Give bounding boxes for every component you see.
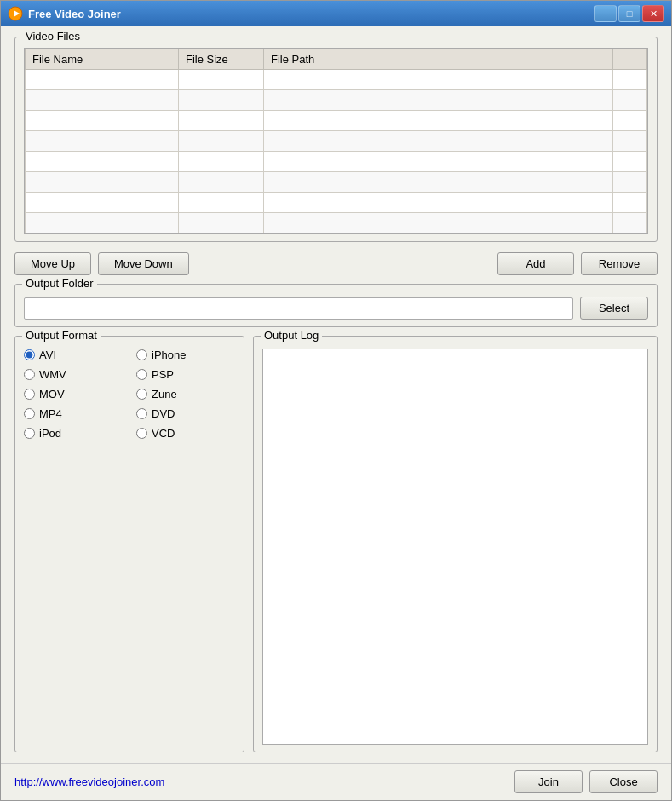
format-avi[interactable]: AVI — [24, 349, 123, 361]
close-button[interactable]: Close — [589, 770, 658, 793]
video-files-section: Video Files File Name File Size File Pat… — [14, 37, 658, 242]
close-window-button[interactable]: ✕ — [642, 5, 664, 22]
format-mp4[interactable]: MP4 — [24, 407, 123, 420]
format-ipod[interactable]: iPod — [24, 427, 123, 440]
format-avi-label[interactable]: AVI — [39, 349, 56, 361]
format-vcd[interactable]: VCD — [136, 427, 235, 440]
table-row — [26, 70, 647, 90]
format-zune[interactable]: Zune — [136, 388, 235, 400]
format-zune-radio[interactable] — [136, 389, 147, 400]
video-files-label: Video Files — [22, 30, 83, 43]
table-row — [26, 90, 647, 111]
website-link[interactable]: http://www.freevideojoiner.com — [14, 775, 508, 788]
table-row — [26, 111, 647, 131]
bottom-section: Output Format AVI iPhone WMV — [14, 336, 658, 752]
table-row — [26, 213, 647, 233]
main-content: Video Files File Name File Size File Pat… — [1, 26, 671, 763]
table-row — [26, 193, 647, 213]
format-psp[interactable]: PSP — [136, 368, 235, 381]
select-folder-button[interactable]: Select — [580, 297, 648, 320]
output-format-section: Output Format AVI iPhone WMV — [14, 336, 244, 752]
minimize-button[interactable]: ─ — [594, 5, 617, 22]
format-dvd-radio[interactable] — [136, 408, 147, 419]
format-iphone[interactable]: iPhone — [136, 349, 235, 361]
format-wmv-radio[interactable] — [24, 369, 35, 380]
table-row — [26, 172, 647, 193]
format-iphone-label[interactable]: iPhone — [152, 349, 186, 361]
maximize-button[interactable]: □ — [618, 5, 640, 22]
output-log-label: Output Log — [261, 329, 322, 342]
file-table-wrapper: File Name File Size File Path — [24, 48, 648, 234]
output-format-label: Output Format — [22, 329, 101, 342]
footer-buttons: Join Close — [514, 770, 658, 793]
title-bar: Free Video Joiner ─ □ ✕ — [1, 1, 671, 26]
format-mov-radio[interactable] — [24, 389, 35, 400]
format-psp-label[interactable]: PSP — [152, 368, 174, 381]
format-iphone-radio[interactable] — [136, 349, 147, 360]
format-wmv[interactable]: WMV — [24, 368, 123, 381]
join-button[interactable]: Join — [514, 770, 583, 793]
output-folder-label: Output Folder — [22, 277, 97, 290]
output-folder-row: Select — [24, 297, 648, 320]
file-action-buttons: Move Up Move Down Add Remove — [14, 252, 658, 275]
format-avi-radio[interactable] — [24, 349, 35, 360]
file-table: File Name File Size File Path — [25, 49, 647, 233]
move-up-button[interactable]: Move Up — [14, 252, 91, 275]
folder-path-input[interactable] — [24, 297, 573, 320]
format-mov-label[interactable]: MOV — [39, 388, 65, 400]
format-options-grid: AVI iPhone WMV PSP — [24, 349, 235, 440]
table-row — [26, 152, 647, 172]
col-filename: File Name — [26, 49, 179, 70]
col-filepath: File Path — [264, 49, 613, 70]
table-row — [26, 131, 647, 152]
format-dvd[interactable]: DVD — [136, 407, 235, 420]
app-icon — [8, 6, 23, 21]
format-zune-label[interactable]: Zune — [152, 388, 177, 400]
format-ipod-radio[interactable] — [24, 428, 35, 439]
format-mp4-label[interactable]: MP4 — [39, 407, 62, 420]
move-down-button[interactable]: Move Down — [98, 252, 189, 275]
col-extra — [613, 49, 647, 70]
format-psp-radio[interactable] — [136, 369, 147, 380]
remove-button[interactable]: Remove — [581, 252, 658, 275]
format-mov[interactable]: MOV — [24, 388, 123, 400]
format-ipod-label[interactable]: iPod — [39, 427, 61, 440]
main-window: Free Video Joiner ─ □ ✕ Video Files File… — [0, 0, 672, 801]
col-filesize: File Size — [179, 49, 264, 70]
log-area — [262, 349, 648, 745]
format-mp4-radio[interactable] — [24, 408, 35, 419]
window-title: Free Video Joiner — [28, 8, 594, 20]
window-controls: ─ □ ✕ — [594, 5, 664, 22]
add-button[interactable]: Add — [497, 252, 574, 275]
format-wmv-label[interactable]: WMV — [39, 368, 66, 381]
format-vcd-label[interactable]: VCD — [152, 427, 175, 440]
format-vcd-radio[interactable] — [136, 428, 147, 439]
output-folder-section: Output Folder Select — [14, 284, 658, 327]
output-log-section: Output Log — [253, 336, 658, 752]
format-dvd-label[interactable]: DVD — [152, 407, 175, 420]
footer: http://www.freevideojoiner.com Join Clos… — [1, 763, 671, 800]
